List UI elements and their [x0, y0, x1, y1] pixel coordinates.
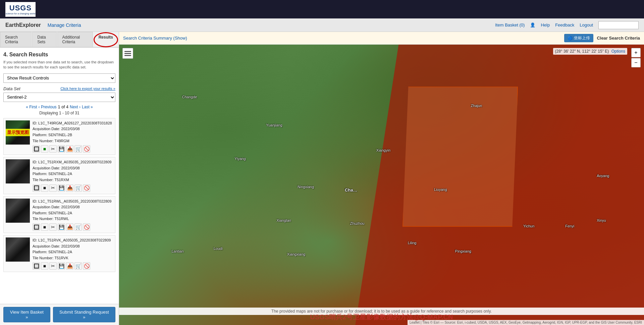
user-icon: 👤 — [530, 22, 535, 28]
zoom-in-button[interactable]: + — [631, 48, 641, 57]
header-search-input[interactable] — [598, 21, 639, 29]
manage-criteria-link[interactable]: Manage Criteria — [48, 22, 81, 28]
map-upload-button[interactable]: 🔵 坐标上传 — [564, 34, 593, 42]
tab-bar: Search Criteria Data Sets Additional Cri… — [0, 32, 119, 48]
app-title: EarthExplorer — [5, 22, 41, 28]
show-link[interactable]: (Show) — [173, 36, 187, 41]
navbar: EarthExplorer Manage Criteria Item Baske… — [0, 18, 644, 32]
result-actions-2: 🔲 ■ ✂ 💾 📥 🛒 🚫 — [33, 184, 113, 192]
action-cart-1[interactable]: 🛒 — [74, 145, 82, 153]
action-cart-3[interactable]: 🛒 — [74, 223, 82, 231]
action-exclude-3[interactable]: 🚫 — [83, 223, 90, 231]
result-id-4: ID: L1C_T51RVK_A035035_20220308T022809 — [33, 237, 113, 243]
result-item: ID: L1C_T51RWL_A035035_20220308T022809 A… — [3, 196, 115, 233]
map-coordinates: (28° 36' 22" N, 112° 22' 15" E) Options — [553, 48, 628, 55]
result-platform-1: Platform: SENTINEL-2B — [33, 132, 113, 138]
result-platform-2: Platform: SENTINEL-2A — [33, 171, 113, 177]
action-preview-1[interactable]: ■ — [41, 145, 48, 153]
action-order-3[interactable]: 📥 — [66, 223, 73, 231]
map-container[interactable]: Changde Yuanjiang Yiyang Ningxiang Xiang… — [119, 45, 644, 325]
pagination-last[interactable]: Last » — [82, 105, 93, 109]
map-attribution: Leaflet | Tiles © Esri — Source: Esri, i… — [408, 320, 644, 325]
clear-search-criteria[interactable]: Clear Search Criteria — [597, 36, 640, 41]
result-platform-3: Platform: SENTINEL-2A — [33, 210, 113, 216]
displaying-text: Displaying 1 - 10 of 31 — [3, 111, 115, 115]
map-options-button[interactable]: Options — [611, 49, 625, 54]
action-download-4[interactable]: 💾 — [58, 262, 65, 270]
submit-standing-request-button[interactable]: Submit Standing Request » — [53, 307, 115, 322]
action-footprint-3[interactable]: 🔲 — [33, 223, 40, 231]
logo-area: USGS science for a changing world — [5, 2, 36, 17]
dataset-row: Data Set Click here to export your resul… — [3, 86, 115, 91]
logo-tagline: science for a changing world — [6, 12, 36, 15]
result-tile-1: Tile Number: T49RGM — [33, 138, 113, 144]
dataset-label: Data Set — [3, 86, 20, 91]
main-container: Search Criteria Data Sets Additional Cri… — [0, 32, 644, 325]
map-header: Search Criteria Summary (Show) 🔵 坐标上传 Cl… — [119, 32, 644, 45]
zoom-out-button[interactable]: − — [631, 58, 641, 67]
header: USGS science for a changing world — [0, 0, 644, 18]
action-download-2[interactable]: 💾 — [58, 184, 65, 192]
pagination-prev[interactable]: ‹ Previous — [39, 105, 57, 109]
pagination-next[interactable]: Next › — [70, 105, 80, 109]
map-zoom-controls: + − — [631, 48, 641, 67]
action-exclude-2[interactable]: 🚫 — [83, 184, 90, 192]
action-exclude-4[interactable]: 🚫 — [83, 262, 90, 270]
bottom-buttons: View Item Basket » Submit Standing Reque… — [0, 304, 119, 325]
action-footprint-4[interactable]: 🔲 — [33, 262, 40, 270]
show-result-controls-select[interactable]: Show Result Controls — [3, 73, 115, 83]
map-selection-box — [402, 87, 518, 227]
result-actions-3: 🔲 ■ ✂ 💾 📥 🛒 🚫 — [33, 223, 113, 231]
map-layer-button[interactable] — [122, 48, 133, 59]
svg-rect-1 — [124, 53, 131, 54]
result-info-1: ID: L1C_T49RGM_A026127_20220308T031828 A… — [33, 120, 113, 153]
action-preview-4[interactable]: ■ — [41, 262, 48, 270]
export-results-link[interactable]: Click here to export your results » — [60, 87, 115, 91]
tab-additional-criteria[interactable]: Additional Criteria — [57, 32, 93, 47]
tab-data-sets[interactable]: Data Sets — [32, 32, 56, 47]
action-order-4[interactable]: 📥 — [66, 262, 73, 270]
result-info-3: ID: L1C_T51RWL_A035035_20220308T022809 A… — [33, 199, 113, 231]
result-thumbnail-3[interactable] — [6, 199, 30, 223]
action-compare-1[interactable]: ✂ — [49, 145, 57, 153]
result-info-2: ID: L1C_T51RXM_A035035_20220308T022809 A… — [33, 159, 113, 192]
map-panel: Search Criteria Summary (Show) 🔵 坐标上传 Cl… — [119, 32, 644, 325]
action-download-3[interactable]: 💾 — [58, 223, 65, 231]
pagination-first[interactable]: « First — [26, 105, 37, 109]
action-preview-3[interactable]: ■ — [41, 223, 48, 231]
action-footprint-2[interactable]: 🔲 — [33, 184, 40, 192]
upload-icon: 🔵 — [568, 36, 573, 41]
view-item-basket-button[interactable]: View Item Basket » — [3, 307, 50, 322]
tab-search-criteria[interactable]: Search Criteria — [0, 32, 32, 47]
item-basket-link[interactable]: Item Basket (0) — [495, 22, 525, 28]
action-cart-2[interactable]: 🛒 — [74, 184, 82, 192]
action-compare-2[interactable]: ✂ — [49, 184, 57, 192]
map-footer-note: The provided maps are not for purchase o… — [119, 308, 644, 315]
search-criteria-label: Search Criteria Summary — [123, 36, 172, 41]
result-thumbnail-4[interactable] — [6, 237, 30, 262]
action-exclude-1[interactable]: 🚫 — [83, 145, 90, 153]
action-compare-4[interactable]: ✂ — [49, 262, 57, 270]
result-tile-2: Tile Number: T51RXM — [33, 177, 113, 183]
action-footprint-1[interactable]: 🔲 — [33, 145, 40, 153]
result-id-3: ID: L1C_T51RWL_A035035_20220308T022809 — [33, 199, 113, 205]
result-actions-1: 🔲 ■ ✂ 💾 📥 🛒 🚫 — [33, 145, 113, 153]
result-acq-4: Acquisition Date: 2022/03/08 — [33, 243, 113, 250]
logout-link[interactable]: Logout — [580, 22, 593, 28]
tab-results[interactable]: Results — [94, 32, 118, 47]
result-acq-2: Acquisition Date: 2022/03/08 — [33, 165, 113, 171]
feedback-link[interactable]: Feedback — [555, 22, 574, 28]
help-link[interactable]: Help — [541, 22, 550, 28]
result-thumbnail-1[interactable]: 显示预览图 — [6, 120, 30, 145]
action-download-1[interactable]: 💾 — [58, 145, 65, 153]
result-thumbnail-2[interactable] — [6, 159, 30, 183]
result-tile-4: Tile Number: T51RVK — [33, 255, 113, 261]
action-cart-4[interactable]: 🛒 — [74, 262, 82, 270]
action-order-2[interactable]: 📥 — [66, 184, 73, 192]
action-order-1[interactable]: 📥 — [66, 145, 73, 153]
dataset-select[interactable]: Sentinel-2 — [3, 93, 115, 102]
results-description: If you selected more than one data set t… — [3, 60, 115, 70]
action-preview-2[interactable]: ■ — [41, 184, 48, 192]
action-compare-3[interactable]: ✂ — [49, 223, 57, 231]
pagination-of: of — [61, 105, 65, 109]
